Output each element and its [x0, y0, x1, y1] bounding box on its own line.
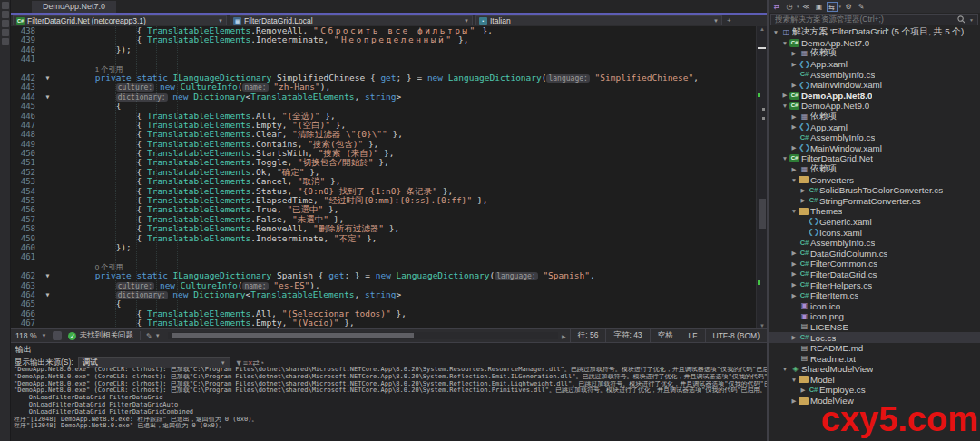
tree-item[interactable]: ▼C#DemoApp.Net9.0 — [769, 101, 980, 112]
search-icon[interactable] — [957, 15, 965, 24]
tree-item[interactable]: ▶▦依赖项 — [769, 164, 980, 175]
scroll-down-icon[interactable]: ▼ — [757, 323, 767, 328]
tree-item[interactable]: ▶❮❯App.xaml — [769, 59, 980, 70]
editor-horizontal-scrollbar[interactable] — [168, 332, 559, 339]
tree-item[interactable]: C#AssemblyInfo.cs — [769, 69, 980, 80]
copy-icon[interactable]: ▣ — [814, 2, 825, 12]
tree-item[interactable]: ▶C#FilterDataGrid.cs — [769, 270, 980, 280]
tree-item[interactable]: ▶C#FilterCommon.cs — [769, 259, 980, 270]
expander-closed-icon[interactable]: ▶ — [789, 50, 799, 57]
code-line[interactable]: 444▼ dictionary: new Dictionary<Translat… — [11, 93, 756, 102]
health-indicator[interactable]: ✓ 未找到相关问题 — [68, 330, 133, 341]
tree-item[interactable]: ▼Themes — [769, 206, 980, 217]
expander-closed-icon[interactable]: ▶ — [799, 197, 808, 204]
scroll-right-icon[interactable]: ▶ — [562, 333, 566, 339]
toggle-output-icon[interactable]: ⇄ — [252, 358, 260, 368]
expander-closed-icon[interactable]: ▶ — [789, 397, 799, 405]
tree-item[interactable]: ▶C#DataGridColumn.cs — [769, 248, 980, 259]
chevron-down-icon[interactable]: ▼ — [969, 17, 974, 23]
expander-closed-icon[interactable]: ▶ — [789, 82, 799, 89]
expander-closed-icon[interactable]: ▶ — [799, 187, 808, 194]
tree-item[interactable]: ▼C#DemoApp.Net7.0 — [769, 38, 980, 49]
output-text-area[interactable]: "DemoApp.Net8.0.exe" (CoreCLR: clrhost):… — [11, 367, 767, 441]
tree-item[interactable]: ▶❮❯MainWindow.xaml — [769, 80, 980, 91]
chevron-down-icon[interactable]: ▼ — [155, 333, 161, 338]
sync-with-active-document-icon[interactable]: ⇆ — [827, 2, 838, 12]
tree-item[interactable]: ❮❯Generic.xaml — [769, 217, 980, 228]
scroll-up-icon[interactable]: ▲ — [757, 26, 767, 32]
expander-closed-icon[interactable]: ▶ — [789, 260, 799, 268]
tree-item[interactable]: ▼Converters — [769, 174, 980, 185]
expander-closed-icon[interactable]: ▶ — [799, 387, 808, 394]
tree-item[interactable]: ▼◈SharedModelView — [769, 364, 980, 375]
expander-closed-icon[interactable]: ▶ — [789, 113, 799, 121]
tree-item[interactable]: ▼◫解决方案 'FilterDataGrid' (5 个项目, 共 5 个) — [769, 27, 980, 38]
expander-closed-icon[interactable]: ▶ — [789, 144, 799, 152]
status-encoding[interactable]: UTF-8 (BOM) — [705, 329, 767, 343]
search-input[interactable]: 搜索解决方案资源管理器(Ctrl+;) ▼ — [770, 14, 978, 25]
expander-open-icon[interactable]: ▼ — [780, 155, 789, 162]
expander-closed-icon[interactable]: ▶ — [789, 250, 799, 257]
preview-icon[interactable]: ✎ — [856, 2, 867, 12]
tree-item[interactable]: ▶C#DemoApp.Net8.0 — [769, 91, 980, 102]
tree-item[interactable]: ▶❮❯App.xaml — [769, 122, 980, 132]
expander-closed-icon[interactable]: ▶ — [789, 292, 799, 299]
time-icon[interactable]: ◔ — [260, 358, 264, 368]
fold-chevron-icon[interactable]: ▼ — [42, 290, 54, 299]
tree-item[interactable]: ▼C#FilterDataGrid.Net — [769, 153, 980, 164]
tree-item[interactable]: C#AssemblyInfo.cs — [769, 238, 980, 249]
zoom-level[interactable]: 118 % — [11, 331, 41, 340]
status-line[interactable]: 行: 56 — [570, 329, 606, 343]
tool-strip-icon[interactable] — [2, 2, 9, 9]
expander-open-icon[interactable]: ▼ — [771, 29, 780, 35]
expander-open-icon[interactable]: ▼ — [780, 103, 789, 109]
tree-item[interactable]: ▶C#FilterItem.cs — [769, 290, 980, 301]
expander-closed-icon[interactable]: ▶ — [789, 123, 799, 131]
tree-item[interactable]: ▤Readme.txt — [769, 353, 980, 364]
code-line[interactable]: 441 — [11, 54, 756, 64]
tree-item[interactable]: ▶C#Loc.cs — [769, 332, 980, 343]
tree-item[interactable]: ▶C#StringFormatConverter.cs — [769, 196, 980, 207]
project-dropdown[interactable]: C# FilterDataGrid.Net (netcoreapp3.1) ▼ — [13, 15, 227, 25]
tree-item[interactable]: ▣icon.png — [769, 311, 980, 322]
pending-changes-icon[interactable]: ◷ — [784, 2, 795, 12]
tree-item[interactable]: ▣icon.ico — [769, 300, 980, 311]
type-dropdown[interactable]: ▦ FilterDataGrid.Local ▼ — [230, 15, 473, 25]
expander-open-icon[interactable]: ▼ — [780, 40, 789, 46]
tree-item[interactable]: ❮❯Icons.xaml — [769, 227, 980, 238]
code-line[interactable]: 467 { TranslatableElements.Empty, "(Vací… — [11, 318, 756, 328]
status-column[interactable]: 字符: 43 — [605, 329, 649, 343]
collapse-all-icon[interactable]: ≪ — [801, 2, 812, 12]
switch-views-icon[interactable]: ⇄ — [771, 2, 782, 12]
expander-closed-icon[interactable]: ▶ — [780, 92, 789, 99]
status-spaces[interactable]: 空格 — [650, 329, 681, 343]
scrollbar-thumb[interactable] — [172, 333, 414, 338]
tree-item[interactable]: ▤LICENSE — [769, 322, 980, 333]
fold-chevron-icon[interactable]: ▼ — [42, 93, 54, 102]
fold-chevron-icon[interactable]: ▼ — [42, 271, 54, 280]
tree-item[interactable]: ▶❮❯MainWindow.xaml — [769, 143, 980, 154]
expander-closed-icon[interactable]: ▶ — [789, 166, 799, 173]
tree-item[interactable]: ▶C#FilterHelpers.cs — [769, 279, 980, 290]
tree-item[interactable]: ▶▦依赖项 — [769, 112, 980, 122]
code-cleanup-icon[interactable]: ✎ — [146, 332, 152, 340]
document-health-icon[interactable] — [53, 331, 62, 340]
tree-item[interactable]: ▼Model — [769, 375, 980, 386]
expander-closed-icon[interactable]: ▶ — [789, 270, 799, 278]
tree-item[interactable]: ▶C#Employe.cs — [769, 385, 980, 396]
chevron-down-icon[interactable]: ▼ — [41, 333, 46, 338]
code-line[interactable]: 464▼ dictionary: new Dictionary<Translat… — [11, 290, 756, 299]
expander-open-icon[interactable]: ▼ — [789, 177, 799, 183]
editor-vertical-scrollbar[interactable]: ▲ ▼ — [756, 26, 767, 328]
tool-strip-icon[interactable] — [2, 11, 9, 18]
caret[interactable]: ▾ — [797, 4, 799, 9]
jump-to-output-icon[interactable]: ▼ — [235, 358, 243, 368]
status-eol[interactable]: LF — [681, 329, 705, 343]
split-window-icon[interactable]: + — [727, 16, 731, 24]
expander-open-icon[interactable]: ▼ — [789, 208, 799, 214]
tree-item[interactable]: ▶▦依赖项 — [769, 48, 980, 59]
expander-open-icon[interactable]: ▼ — [789, 377, 799, 383]
code-line[interactable]: 460 }); — [11, 243, 756, 252]
tree-item[interactable]: ▤README.md — [769, 343, 980, 354]
tool-strip-icon[interactable] — [2, 20, 9, 27]
